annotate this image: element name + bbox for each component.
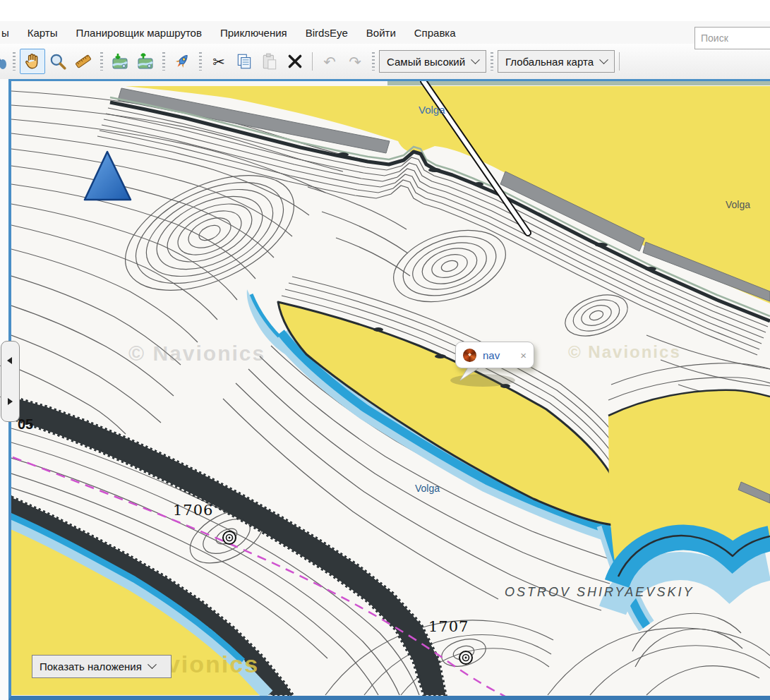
waypoint-balloon-nav[interactable]: nav ×: [455, 342, 534, 368]
search-input[interactable]: [694, 27, 770, 49]
toolbar-grip[interactable]: [199, 52, 202, 71]
copy-icon: [235, 52, 253, 71]
toolbar-grip[interactable]: [162, 52, 165, 71]
measure-tool-button[interactable]: [71, 49, 96, 74]
depth-label-1707: 1707: [428, 618, 469, 635]
show-overlays-value: Показать наложения: [40, 660, 142, 672]
redo-button[interactable]: ↷: [342, 49, 368, 74]
title-bar: [0, 0, 770, 21]
toolbar-grip[interactable]: [491, 52, 493, 71]
toolbar-grip[interactable]: [13, 52, 16, 71]
magnifier-icon: [49, 52, 67, 71]
map-product-value: Глобальная карта: [505, 56, 594, 68]
clipped-tool-icon[interactable]: [0, 49, 8, 74]
river-label-volga-top: Volga: [419, 104, 445, 116]
hand-icon: [23, 52, 42, 71]
delete-x-icon: [286, 52, 304, 71]
depth-label-1706: 1706: [173, 502, 213, 519]
navionics-watermark-right: © Navionics: [568, 342, 681, 361]
ruler-icon: [74, 52, 92, 71]
panel-splitter-handle[interactable]: [1, 341, 20, 422]
expand-right-icon[interactable]: [8, 398, 13, 405]
east-land-bay: [608, 390, 770, 610]
menu-item-clipped[interactable]: ы: [0, 27, 18, 39]
map-download-icon: [111, 52, 129, 71]
far-shore-strip: [387, 81, 770, 85]
zoom-tool-button[interactable]: [45, 49, 71, 74]
toolbar-separator: [312, 52, 313, 71]
chevron-down-icon: [599, 55, 608, 64]
toolbar: ✂ ↶ ↷ Самый высокий Глобальная карта: [0, 44, 770, 80]
menu-bar: ы Карты Планировщик маршрутов Приключени…: [0, 21, 770, 44]
toolbar-separator: [619, 52, 620, 71]
menu-item-maps[interactable]: Карты: [18, 27, 67, 39]
show-overlays-select[interactable]: Показать наложения: [32, 655, 172, 678]
balloon-shadow: [450, 374, 515, 387]
menu-item-signin[interactable]: Войти: [357, 27, 405, 39]
paste-button[interactable]: [257, 49, 282, 74]
menu-item-birdseye[interactable]: BirdsEye: [296, 27, 357, 39]
basecamp-window: { "menu": { "items": ["ы", "Карты", "Пла…: [0, 0, 770, 700]
cut-button[interactable]: ✂: [206, 49, 231, 74]
map-receive-button[interactable]: [107, 49, 133, 74]
waypoint-photo-icon: [463, 349, 476, 362]
navionics-chart: © Navionics © Navionics: [11, 81, 770, 696]
copy-button[interactable]: [231, 49, 257, 74]
chevron-down-icon: [471, 55, 480, 64]
scissors-icon: ✂: [212, 54, 225, 69]
collapse-left-icon[interactable]: [7, 357, 12, 364]
navionics-watermark-center: © Navionics: [128, 342, 265, 365]
toolbar-grip[interactable]: [100, 52, 103, 71]
menu-item-help[interactable]: Справка: [405, 27, 465, 39]
delete-button[interactable]: [282, 49, 308, 74]
chevron-down-icon: [148, 660, 157, 669]
detail-level-select[interactable]: Самый высокий: [379, 50, 486, 73]
buoy-symbol-1706: [223, 531, 236, 544]
map-canvas[interactable]: © Navionics © Navionics: [8, 79, 770, 700]
menu-item-adventures[interactable]: Приключения: [211, 27, 296, 39]
paste-icon: [260, 52, 279, 71]
map-send-button[interactable]: [133, 49, 158, 74]
undo-icon: ↶: [323, 54, 336, 69]
map-product-select[interactable]: Глобальная карта: [498, 50, 615, 73]
depth-label-partial: 05: [18, 416, 33, 432]
mobile-transfer-button[interactable]: [169, 49, 195, 74]
toolbar-grip[interactable]: [372, 52, 375, 71]
redo-icon: ↷: [349, 54, 361, 69]
island-name-label: OSTROV SHIRYAEVSKIY: [505, 585, 694, 599]
map-upload-icon: [136, 52, 155, 71]
pan-hand-button[interactable]: [20, 49, 45, 74]
waypoint-name: nav: [483, 349, 500, 361]
detail-level-value: Самый высокий: [387, 56, 465, 68]
undo-button[interactable]: ↶: [317, 49, 342, 74]
close-icon[interactable]: ×: [520, 350, 527, 361]
river-label-volga-middle: Volga: [415, 483, 440, 494]
river-label-volga-right: Volga: [726, 199, 750, 210]
menu-item-route-planner[interactable]: Планировщик маршрутов: [67, 27, 211, 39]
rocket-icon: [173, 52, 191, 71]
buoy-symbol-1707: [459, 651, 472, 664]
